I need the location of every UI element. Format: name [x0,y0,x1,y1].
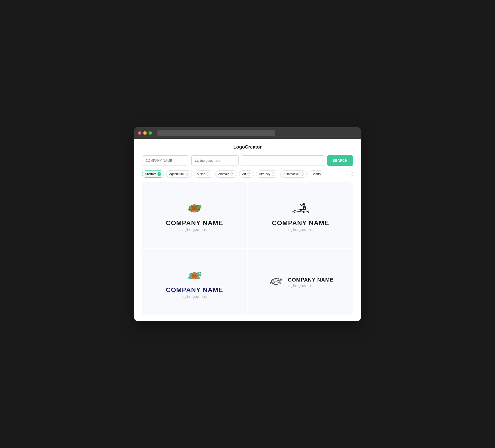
check-icon-airline: ✓ [206,172,210,176]
logo-card-4[interactable]: COMPANY NAME tagline goes here [248,249,353,315]
svg-point-29 [189,274,192,275]
filter-chip-airline[interactable]: Airline ✓ [194,170,213,178]
check-icon-agriculture: ✓ [185,172,189,176]
logo-icon-3 [184,266,205,282]
browser-window: LogoCreator SEARCH Abstract ✓ Agricultur… [134,127,361,321]
logo-grid: COMPANY NAME tagline goes here [142,182,353,315]
logo-3-company-name: COMPANY NAME [166,286,223,294]
logo-card-3[interactable]: COMPANY NAME tagline goes here [142,249,247,315]
filter-chip-agriculture[interactable]: Agriculture ✓ [166,170,192,178]
app-title: LogoCreator [142,144,353,150]
company-name-input[interactable] [142,155,189,166]
svg-point-11 [189,206,192,208]
logo-1-tagline: tagline goes here [182,228,207,232]
traffic-light-green[interactable] [149,131,152,135]
filter-label-automotive: Automotive [283,172,299,176]
browser-titlebar [134,127,361,139]
svg-point-9 [189,209,192,211]
search-button[interactable]: SEARCH [327,155,353,166]
check-icon-art: ✓ [247,172,251,176]
svg-point-24 [200,273,200,273]
logo-icon-2 [290,199,311,215]
svg-point-28 [197,277,200,279]
filter-label-animals: Animals [218,172,229,176]
filter-next-button[interactable]: → [346,171,353,177]
logo-card-2[interactable]: COMPANY NAME tagline goes here [248,182,353,248]
svg-point-20 [197,272,201,276]
svg-point-26 [200,274,201,275]
filter-bar: Abstract ✓ Agriculture ✓ Airline ✓ Anima… [142,170,353,178]
logo-4-text-group: COMPANY NAME tagline goes here [288,277,333,288]
svg-point-19 [194,277,195,278]
filter-label-attorney: Attorney [259,172,270,176]
svg-point-17 [192,275,194,277]
filter-label-beauty: Beauty [312,172,321,176]
filter-chip-beauty[interactable]: Beauty [309,170,324,177]
tagline-input[interactable] [192,155,239,166]
logo-4-tagline: tagline goes here [288,284,333,288]
filter-label-abstract: Abstract [145,172,156,176]
logo-icon-1 [184,199,205,215]
check-icon-automotive: ✓ [300,172,303,176]
filter-chip-attorney[interactable]: Attorney ✓ [256,170,278,178]
svg-point-13 [302,203,305,205]
check-icon-abstract: ✓ [157,172,161,176]
svg-point-12 [197,206,200,208]
app-content: LogoCreator SEARCH Abstract ✓ Agricultur… [134,139,361,321]
filter-chip-animals[interactable]: Animals ✓ [215,170,237,178]
logo-2-tagline: tagline goes here [288,228,313,232]
traffic-light-red[interactable] [138,131,141,135]
logo-3-tagline: tagline goes here [182,295,207,298]
svg-point-18 [195,275,197,277]
filter-label-agriculture: Agriculture [169,172,184,176]
logo-1-company-name: COMPANY NAME [166,219,223,227]
filter-chip-automotive[interactable]: Automotive ✓ [280,170,307,178]
svg-point-22 [198,273,199,273]
logo-2-company-name: COMPANY NAME [272,219,329,227]
logo-card-1[interactable]: COMPANY NAME tagline goes here [142,182,247,248]
filter-label-airline: Airline [197,172,205,176]
traffic-light-yellow[interactable] [143,131,147,135]
check-icon-attorney: ✓ [272,172,275,176]
svg-point-16 [194,274,195,275]
svg-point-27 [189,277,192,279]
svg-point-8 [200,206,201,206]
filter-chip-art[interactable]: Art ✓ [239,170,254,178]
filter-chip-abstract[interactable]: Abstract ✓ [142,170,164,178]
svg-point-25 [198,274,199,275]
logo-icon-4 [268,273,284,287]
svg-point-10 [197,209,200,211]
search-bar: SEARCH [142,155,353,166]
filter-label-art: Art [242,172,246,176]
check-icon-animals: ✓ [230,172,234,176]
address-bar[interactable] [157,130,275,136]
logo-4-company-name: COMPANY NAME [288,277,333,283]
keyword-input[interactable] [241,155,325,166]
